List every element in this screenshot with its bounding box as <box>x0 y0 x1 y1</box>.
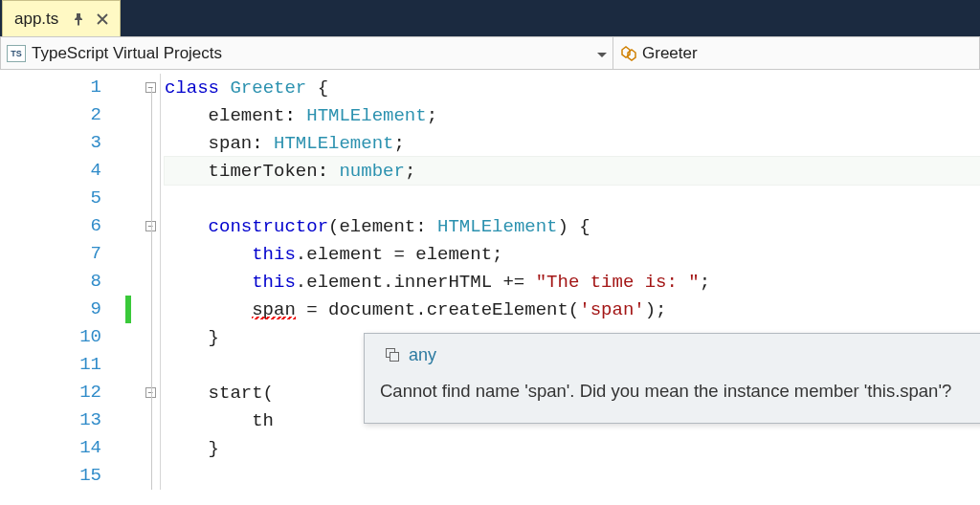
class-icon <box>619 45 636 62</box>
error-squiggle: span <box>252 299 296 320</box>
pin-icon[interactable] <box>72 12 85 26</box>
change-marker-column <box>115 74 142 490</box>
ts-file-icon: TS <box>7 45 26 62</box>
project-scope-dropdown[interactable]: TS TypeScript Virtual Projects <box>1 37 613 69</box>
member-scope-label: Greeter <box>642 44 698 63</box>
code-editor[interactable]: 123 456 789 101112 131415 − − − class Gr… <box>0 70 980 490</box>
navigation-bar: TS TypeScript Virtual Projects Greeter <box>0 36 980 70</box>
close-icon[interactable] <box>97 13 108 25</box>
tooltip-type: any <box>409 345 436 365</box>
project-scope-label: TypeScript Virtual Projects <box>32 44 222 63</box>
tab-filename: app.ts <box>14 10 58 29</box>
current-line: timerToken: number; <box>165 157 980 185</box>
code-content[interactable]: class Greeter { element: HTMLElement; sp… <box>165 74 980 490</box>
editor-tab-bar: app.ts <box>0 0 980 36</box>
chevron-down-icon <box>597 44 607 63</box>
fold-column: − − − <box>142 74 161 490</box>
error-tooltip: any Cannot find name 'span'. Did you mea… <box>364 333 980 424</box>
line-number-gutter: 123 456 789 101112 131415 <box>0 70 115 490</box>
stack-icon <box>386 348 401 363</box>
changed-line-marker <box>125 296 131 323</box>
file-tab[interactable]: app.ts <box>2 0 121 36</box>
member-scope-dropdown[interactable]: Greeter <box>613 37 979 69</box>
tooltip-message: Cannot find name 'span'. Did you mean th… <box>380 379 980 404</box>
